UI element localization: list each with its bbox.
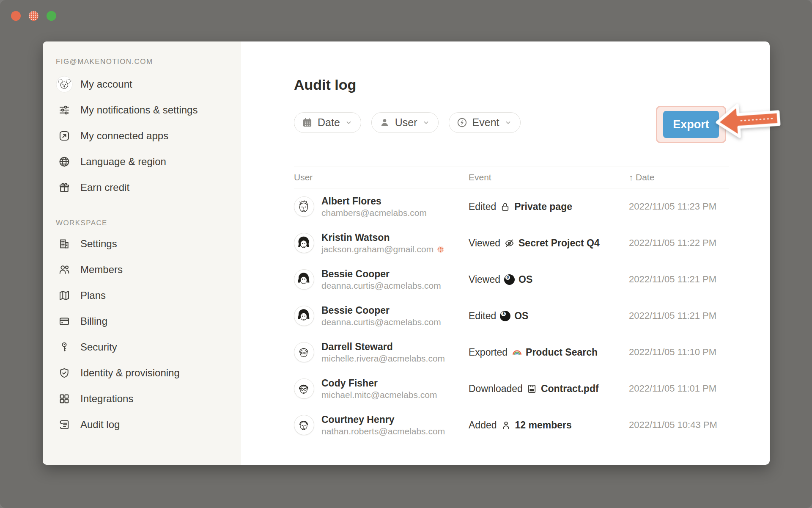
toolbar: Date User Event Export <box>294 106 729 144</box>
sidebar-item-members[interactable]: Members <box>56 257 241 282</box>
event-date: 2022/11/05 11:21 PM <box>629 274 729 285</box>
table-row[interactable]: Kristin Watson jackson.graham@gmail.com … <box>294 225 729 261</box>
event-verb: Viewed <box>469 237 500 249</box>
audit-log-table: User Event ↑Date Albert Flores chambers@… <box>294 166 729 443</box>
audit-log-content: Audit log Date User Even <box>241 41 770 465</box>
user-name: Bessie Cooper <box>321 268 441 280</box>
event-cell: Edited 8 OS <box>469 310 629 322</box>
sidebar-item-my-connected-apps[interactable]: My connected apps <box>56 123 241 149</box>
arrow-up-right-box-icon <box>56 127 73 144</box>
user-name: Courtney Henry <box>321 414 445 426</box>
account-avatar <box>56 76 73 93</box>
user-email: michelle.rivera@acmelabs.com <box>321 353 445 364</box>
user-name: Albert Flores <box>321 195 427 207</box>
event-object: OS <box>518 274 532 285</box>
sidebar-item-language-region[interactable]: Language & region <box>56 149 241 174</box>
avatar <box>294 196 314 217</box>
sidebar-item-audit-log[interactable]: Audit log <box>56 411 241 437</box>
sidebar-item-plans[interactable]: Plans <box>56 282 241 308</box>
sidebar-item-label: Audit log <box>80 419 120 431</box>
sidebar-item-security[interactable]: Security <box>56 334 241 360</box>
key-icon <box>56 339 73 356</box>
user-filter-button[interactable]: User <box>371 112 439 133</box>
user-email: nathan.roberts@acmelabs.com <box>321 426 445 437</box>
event-cell: Viewed Secret Project Q4 <box>469 237 629 249</box>
date-filter-button[interactable]: Date <box>294 112 361 133</box>
sidebar-item-settings[interactable]: Settings <box>56 231 241 257</box>
table-row[interactable]: Bessie Cooper deanna.curtis@acmelabs.com… <box>294 261 729 298</box>
event-date: 2022/11/05 11:22 PM <box>629 237 729 248</box>
event-date: 2022/11/05 10:43 PM <box>629 420 729 431</box>
screen: FIG@MAKENOTION.COM My account My notific… <box>0 0 812 508</box>
minimize-window-button[interactable] <box>29 11 38 21</box>
zoom-window-button[interactable] <box>47 11 56 21</box>
table-row[interactable]: Bessie Cooper deanna.curtis@acmelabs.com… <box>294 298 729 334</box>
sidebar: FIG@MAKENOTION.COM My account My notific… <box>43 41 241 465</box>
gift-icon <box>56 179 73 196</box>
event-column-header[interactable]: Event <box>469 172 629 182</box>
table-row[interactable]: Darrell Steward michelle.rivera@acmelabs… <box>294 334 729 370</box>
sidebar-item-billing[interactable]: Billing <box>56 308 241 334</box>
sidebar-item-label: Security <box>80 341 117 353</box>
event-object: 12 members <box>515 420 572 431</box>
document-icon <box>527 384 537 394</box>
event-object: Contract.pdf <box>541 383 599 395</box>
globe-icon <box>56 153 73 170</box>
avatar <box>294 233 314 253</box>
window-controls <box>11 11 56 21</box>
sidebar-item-label: My notifications & settings <box>80 104 198 116</box>
event-object: Secret Project Q4 <box>518 237 600 249</box>
event-cell: Edited Private page <box>469 201 629 213</box>
event-cell: Exported Product Search <box>469 347 629 358</box>
event-object: Product Search <box>526 347 598 358</box>
user-email: jackson.graham@gmail.com <box>321 244 445 255</box>
user-name: Cody Fisher <box>321 377 437 389</box>
sidebar-item-my-notifications-settings[interactable]: My notifications & settings <box>56 97 241 123</box>
sidebar-item-integrations[interactable]: Integrations <box>56 386 241 411</box>
sidebar-item-identity-provisioning[interactable]: Identity & provisioning <box>56 360 241 386</box>
eight-ball-icon: 8 <box>500 311 510 321</box>
event-date: 2022/11/05 11:23 PM <box>629 201 729 212</box>
sidebar-item-label: My account <box>80 78 132 90</box>
event-verb: Edited <box>469 310 496 322</box>
page-title: Audit log <box>294 77 729 92</box>
people-icon <box>56 261 73 278</box>
table-row[interactable]: Courtney Henry nathan.roberts@acmelabs.c… <box>294 407 729 443</box>
avatar <box>294 415 314 435</box>
sidebar-item-my-account[interactable]: My account <box>56 71 241 97</box>
sliders-icon <box>56 102 73 119</box>
export-button[interactable]: Export <box>663 111 719 138</box>
event-filter-label: Event <box>472 116 499 129</box>
event-object: OS <box>514 310 528 322</box>
person-outline-icon <box>501 420 511 431</box>
calendar-icon <box>302 117 313 128</box>
avatar <box>294 378 314 399</box>
event-verb: Exported <box>469 347 508 358</box>
date-column-header[interactable]: ↑Date <box>629 172 729 182</box>
user-filter-label: User <box>395 116 417 129</box>
user-email: deanna.curtis@acmelabs.com <box>321 317 441 328</box>
table-row[interactable]: Albert Flores chambers@acmelabs.com Edit… <box>294 188 729 225</box>
workspace-section-label: WORKSPACE <box>56 219 241 227</box>
event-verb: Added <box>469 420 497 431</box>
sidebar-item-label: Settings <box>80 238 117 250</box>
sidebar-item-label: Language & region <box>80 156 166 168</box>
close-window-button[interactable] <box>11 11 21 21</box>
lightning-icon <box>456 117 468 128</box>
event-filter-button[interactable]: Event <box>449 112 521 133</box>
sidebar-item-label: Billing <box>80 315 107 327</box>
lock-icon <box>500 202 510 212</box>
sidebar-item-earn-credit[interactable]: Earn credit <box>56 174 241 200</box>
sidebar-item-label: Members <box>80 264 123 276</box>
avatar <box>294 269 314 290</box>
event-object: Private page <box>514 201 572 213</box>
chevron-down-icon <box>345 119 353 127</box>
grid-icon <box>56 390 73 407</box>
shield-check-icon <box>56 364 73 381</box>
scroll-icon <box>56 416 73 433</box>
user-column-header[interactable]: User <box>294 172 469 182</box>
rainbow-icon <box>511 347 522 358</box>
sidebar-item-label: My connected apps <box>80 130 168 142</box>
table-row[interactable]: Cody Fisher michael.mitc@acmelabs.com Do… <box>294 370 729 407</box>
globe-guest-icon <box>436 245 445 254</box>
